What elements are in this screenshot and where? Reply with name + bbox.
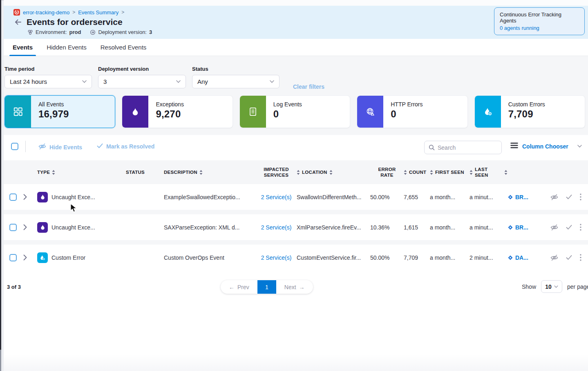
events-table: TYPE STATUS DESCRIPTION IMPACTED SERVICE…: [4, 160, 588, 270]
error-rate-cell: 50.00%: [370, 194, 404, 200]
sort-icon[interactable]: [199, 170, 203, 175]
card-log-events[interactable]: Log Events 0: [239, 95, 350, 128]
page-1-button[interactable]: 1: [257, 280, 276, 294]
breadcrumb-section-link[interactable]: Events Summary: [78, 9, 118, 16]
chevron-down-icon: [270, 80, 274, 83]
mark-resolved-button[interactable]: Mark as Resolved: [97, 143, 154, 150]
page-size-select[interactable]: 10: [541, 280, 562, 293]
table-header-row: TYPE STATUS DESCRIPTION IMPACTED SERVICE…: [4, 160, 588, 184]
table-row[interactable]: Custom Error Custom OverOps Event 2 Serv…: [4, 245, 588, 270]
status-value: Any: [197, 78, 208, 85]
expand-chevron-icon[interactable]: [23, 194, 27, 200]
hide-row-icon[interactable]: [550, 224, 558, 231]
table-row[interactable]: Uncaught Exce... ExampleSwallowedExcepti…: [4, 184, 588, 210]
breadcrumb-project-link[interactable]: error-tracking-demo: [23, 9, 69, 16]
search-input[interactable]: [438, 144, 497, 151]
hide-row-icon[interactable]: [550, 254, 558, 261]
status-select[interactable]: Any: [192, 75, 279, 88]
time-period-label: Time period: [4, 66, 92, 72]
hide-row-icon[interactable]: [550, 194, 558, 200]
card-custom-errors[interactable]: Custom Errors 7,709: [474, 95, 585, 128]
deployment-version-select[interactable]: 3: [98, 75, 186, 88]
card-value: 0: [391, 108, 423, 120]
resolve-row-icon[interactable]: [566, 225, 572, 230]
environment-label: Environment:: [36, 29, 67, 35]
error-rate-cell: 50.00%: [370, 254, 404, 261]
clear-filters-button[interactable]: Clear filters: [293, 83, 324, 90]
top-strip: [4, 0, 588, 6]
tab-resolved-events[interactable]: Resolved Events: [99, 39, 148, 56]
deployment-version-value: 3: [103, 78, 107, 85]
mark-resolved-label: Mark as Resolved: [106, 143, 154, 150]
sort-icon[interactable]: [52, 170, 55, 175]
card-value: 7,709: [508, 108, 545, 120]
custom-error-icon: [37, 252, 48, 263]
expand-chevron-icon[interactable]: [23, 224, 27, 230]
page-footer-space: [4, 306, 588, 371]
assignee-link[interactable]: BR...: [508, 194, 528, 200]
column-header-type[interactable]: TYPE: [37, 169, 107, 175]
column-header-count[interactable]: COUNT: [404, 169, 430, 175]
breadcrumb-separator: >: [121, 9, 124, 15]
column-header-location[interactable]: LOCATION: [297, 169, 370, 175]
column-header-impacted-services[interactable]: IMPACTED SERVICES: [256, 166, 297, 178]
sort-icon[interactable]: [404, 170, 407, 175]
card-all-events[interactable]: All Events 16,979: [4, 95, 115, 128]
row-checkbox[interactable]: [9, 224, 17, 231]
column-header-last-seen[interactable]: LAST SEEN: [470, 166, 508, 178]
row-checkbox[interactable]: [9, 193, 17, 201]
kebab-menu-icon[interactable]: [580, 193, 581, 200]
first-seen-cell: a month...: [430, 194, 470, 200]
flame-gear-icon: [475, 96, 501, 128]
location-cell: XmlParseService.fireEv...: [297, 224, 370, 231]
breadcrumb-separator: >: [72, 9, 75, 15]
sort-icon[interactable]: [470, 170, 473, 175]
kebab-menu-icon[interactable]: [580, 224, 581, 231]
agents-status-box: Continuous Error Tracking Agents 0 agent…: [494, 7, 585, 35]
assignee-link[interactable]: BR...: [508, 224, 528, 231]
status-label: Status: [192, 66, 279, 72]
column-chooser[interactable]: Column Chooser: [510, 142, 582, 150]
assignee-link[interactable]: DA...: [508, 254, 528, 261]
agents-running-link[interactable]: 0 agents running: [500, 25, 579, 31]
error-rate-cell: 10.36%: [370, 224, 404, 231]
column-header-status[interactable]: STATUS: [107, 169, 164, 175]
tab-events[interactable]: Events: [11, 39, 34, 56]
resolve-row-icon[interactable]: [566, 255, 572, 260]
impacted-services-link[interactable]: 2 Service(s): [261, 194, 292, 200]
tab-bar: Events Hidden Events Resolved Events: [4, 39, 588, 56]
row-checkbox[interactable]: [9, 254, 17, 261]
expand-chevron-icon[interactable]: [23, 254, 27, 261]
prev-page-button[interactable]: ←Prev: [221, 280, 257, 294]
page-size-control: Show 10 per page: [522, 280, 588, 293]
hide-events-button[interactable]: Hide Events: [38, 143, 82, 151]
event-type-label: Custom Error: [51, 254, 85, 261]
toolbar-divider: [25, 141, 26, 152]
sort-icon[interactable]: [297, 170, 300, 175]
column-header-error-rate[interactable]: ERROR RATE: [370, 166, 404, 178]
resolve-row-icon[interactable]: [566, 194, 572, 200]
event-type-label: Uncaught Exce...: [51, 194, 95, 200]
impacted-services-link[interactable]: 2 Service(s): [261, 224, 292, 231]
next-page-button[interactable]: Next→: [276, 280, 313, 294]
table-row[interactable]: Uncaught Exce... SAXParseException: XML …: [4, 214, 588, 240]
sort-icon[interactable]: [504, 170, 508, 175]
deployment-version-icon: [90, 29, 96, 35]
impacted-services-link[interactable]: 2 Service(s): [261, 254, 292, 261]
card-http-errors[interactable]: HTTP Errors 0: [357, 95, 467, 128]
column-header-description[interactable]: DESCRIPTION: [164, 169, 256, 175]
time-period-select[interactable]: Last 24 hours: [4, 75, 92, 88]
column-header-first-seen[interactable]: FIRST SEEN: [430, 169, 470, 175]
back-arrow-icon[interactable]: [13, 18, 22, 27]
kebab-menu-icon[interactable]: [580, 254, 581, 261]
select-all-checkbox[interactable]: [11, 143, 18, 150]
description-cell: SAXParseException: XML d...: [164, 224, 256, 231]
diamond-icon: [508, 255, 513, 261]
sort-icon[interactable]: [329, 170, 333, 175]
last-seen-cell: a minut...: [470, 224, 508, 231]
location-cell: CustomEventService.fir...: [297, 254, 370, 261]
page-header: error-tracking-demo > Events Summary > E…: [4, 6, 588, 39]
sort-icon[interactable]: [430, 170, 433, 175]
card-exceptions[interactable]: Exceptions 9,270: [122, 95, 233, 128]
tab-hidden-events[interactable]: Hidden Events: [45, 39, 88, 56]
